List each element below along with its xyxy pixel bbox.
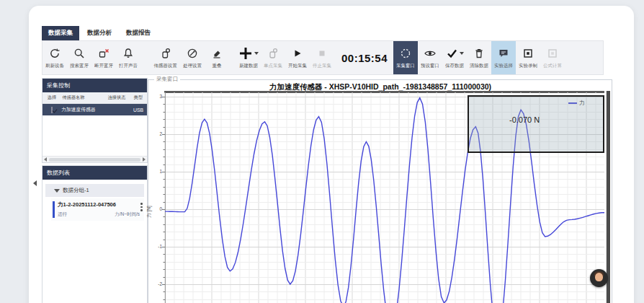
search-bluetooth-button[interactable]: 搜索蓝牙 <box>67 41 91 74</box>
single-point-icon <box>267 47 279 60</box>
bell-icon <box>122 47 134 60</box>
start-collect-button[interactable]: 开始采集 <box>285 41 310 74</box>
run-axes: 力/N~时间/s <box>115 211 140 218</box>
hscroll-thumb[interactable] <box>49 158 140 162</box>
stop-icon <box>316 47 328 60</box>
tab-data-analysis[interactable]: 数据分析 <box>81 26 118 40</box>
record-screen-icon <box>522 47 534 60</box>
search-icon <box>73 47 85 60</box>
collect-control-panel: 采集控制 选择 传感器名称 连接状态 类型 力加速度传感器 USB <box>42 78 148 163</box>
stop-collect-button[interactable]: 停止采集 <box>310 41 334 74</box>
process-settings-button[interactable]: 处理设置 <box>180 41 205 74</box>
toolbar-gap <box>229 41 236 74</box>
compass-icon <box>187 47 198 60</box>
main-tabs: 数据采集 数据分析 数据报告 <box>42 26 157 40</box>
formula-calc-button[interactable]: 公式计算 <box>540 41 565 74</box>
experiment-select-button[interactable]: 实验选择 <box>491 41 516 74</box>
annotate-bubble-icon <box>498 47 509 60</box>
run-status: 运行 <box>58 211 67 218</box>
sensor-table-empty <box>43 115 147 156</box>
eye-icon <box>424 47 437 60</box>
collect-window-button[interactable]: 采集窗口 <box>393 41 418 74</box>
clear-data-button[interactable]: 清除数据 <box>467 41 491 74</box>
y-tick-label: 3 <box>150 94 162 99</box>
scroll-left-icon[interactable] <box>44 157 47 162</box>
sidebar-collapse-icon[interactable] <box>33 180 37 186</box>
preset-window-button[interactable]: 预设窗口 <box>418 41 442 74</box>
y-axis-label: 力 [N] <box>146 206 153 218</box>
run-color-bar <box>53 201 55 218</box>
plus-icon <box>238 46 253 61</box>
data-list-title: 数据列表 <box>43 166 147 180</box>
marker-icon <box>211 47 223 60</box>
y-tick-label: 1 <box>150 169 162 174</box>
vscroll-thumb[interactable] <box>607 91 610 303</box>
caret-down-icon[interactable] <box>460 52 464 55</box>
formula-icon <box>547 47 558 60</box>
collect-window-region: 采集窗口 力加速度传感器 - XHSP-V10HID_path_-1981348… <box>148 79 612 303</box>
toolbar: 刷新设备 搜索蓝牙 断开蓝牙 打开声音 传感器设置 处理设置 <box>42 40 604 75</box>
more-menu-icon[interactable] <box>140 203 143 213</box>
sidebar: 采集控制 选择 传感器名称 连接状态 类型 力加速度传感器 USB 数据列表 <box>42 78 148 303</box>
refresh-icon <box>49 47 61 60</box>
dashed-circle-icon <box>400 47 411 60</box>
trash-icon <box>473 47 485 60</box>
sensor-checkbox[interactable] <box>51 107 53 113</box>
assistant-avatar-button[interactable] <box>590 269 608 287</box>
caret-down-icon[interactable] <box>254 52 259 55</box>
sensor-name: 力加速度传感器 <box>61 106 103 113</box>
refresh-device-button[interactable]: 刷新设备 <box>43 41 67 74</box>
tree-expand-icon[interactable] <box>54 189 60 193</box>
tab-data-collect[interactable]: 数据采集 <box>42 26 79 40</box>
value-annotation: -0.070 N <box>509 115 540 124</box>
app-window: 数据采集 数据分析 数据报告 刷新设备 搜索蓝牙 断开蓝牙 打开声音 <box>29 6 634 303</box>
play-icon <box>292 47 303 60</box>
data-run-item[interactable]: 力1-2-20251112-047506 运行 力/N~时间/s <box>51 198 144 221</box>
sensor-table-header: 选择 传感器名称 连接状态 类型 <box>43 92 147 104</box>
y-tick-label: 2 <box>150 131 162 136</box>
check-icon <box>446 48 458 59</box>
save-data-button[interactable]: 保存数据 <box>442 41 467 74</box>
single-point-button[interactable]: 单点采集 <box>261 41 285 74</box>
collect-control-title: 采集控制 <box>43 79 147 92</box>
experiment-record-button[interactable]: 实验录制 <box>516 41 540 74</box>
y-tick-label: -2 <box>150 281 162 286</box>
sensor-row[interactable]: 力加速度传感器 USB <box>43 104 147 115</box>
sensor-icon <box>160 47 171 60</box>
sensor-type-badge: USB <box>130 107 146 113</box>
new-data-button[interactable]: 新建数据 <box>236 41 261 74</box>
sensor-table-hscrollbar[interactable] <box>43 156 147 162</box>
run-title: 力1-2-20251112-047506 <box>58 201 140 208</box>
tab-data-report[interactable]: 数据报告 <box>120 26 157 40</box>
y-tick-label: -1 <box>150 244 162 249</box>
sensor-settings-button[interactable]: 传感器设置 <box>151 41 180 74</box>
toolbar-gap <box>140 41 151 74</box>
disconnect-bluetooth-icon <box>98 47 109 60</box>
data-list-panel: 数据列表 数据分组-1 力1-2-20251112-047506 运行 力/N~… <box>42 165 148 303</box>
disconnect-bluetooth-button[interactable]: 断开蓝牙 <box>91 41 116 74</box>
chart-vscrollbar[interactable] <box>606 91 610 303</box>
sound-on-button[interactable]: 打开声音 <box>116 41 140 74</box>
collect-timer: 00:15:54 <box>339 41 390 74</box>
scroll-right-icon[interactable] <box>143 157 146 162</box>
data-group-row[interactable]: 数据分组-1 <box>45 184 144 197</box>
overlap-button[interactable]: 重叠 <box>205 41 229 74</box>
selection-box[interactable]: -0.070 N <box>468 95 604 153</box>
